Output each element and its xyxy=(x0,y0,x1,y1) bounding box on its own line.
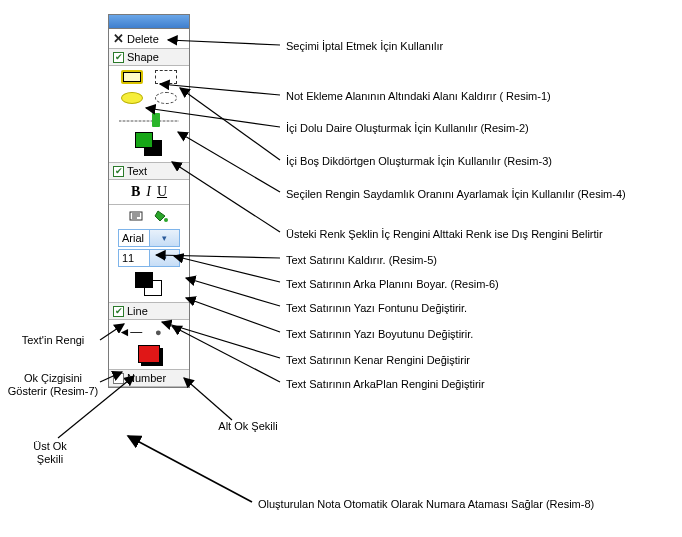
shape-color-swatches[interactable] xyxy=(135,132,163,156)
annotation-arrows xyxy=(0,0,682,537)
svg-line-15 xyxy=(186,298,280,332)
dot-icon[interactable]: ● xyxy=(155,326,162,338)
shape-section-header[interactable]: ✔ Shape xyxy=(109,48,189,66)
svg-line-22 xyxy=(184,378,232,420)
opacity-slider[interactable] xyxy=(119,114,179,126)
number-label: Number xyxy=(127,372,166,384)
font-name-select[interactable]: Arial ▾ xyxy=(118,229,180,247)
callout-border-color: Text Satırının Kenar Rengini Değiştirir xyxy=(286,354,470,367)
font-size-value: 11 xyxy=(119,252,149,264)
text-section-header[interactable]: ✔ Text xyxy=(109,162,189,180)
callout-hollow-rect: İçi Boş Dikdörtgen Oluşturmak İçin Kulla… xyxy=(286,155,552,168)
close-icon: ✕ xyxy=(113,31,124,46)
svg-marker-4 xyxy=(155,211,165,221)
line-color-swatch[interactable] xyxy=(138,345,160,363)
callout-bg-color: Text Satırının ArkaPlan Rengini Değiştir… xyxy=(286,378,485,391)
callout-fontsize: Text Satırının Yazı Boyutunu Değiştirir. xyxy=(286,328,473,341)
paint-bucket-icon[interactable] xyxy=(153,208,169,224)
text-style-row: B I U xyxy=(109,180,189,204)
callout-text-remove: Text Satırını Kaldırır. (Resim-5) xyxy=(286,254,437,267)
slider-track-line xyxy=(119,120,179,122)
slider-thumb[interactable] xyxy=(152,113,160,127)
callout-shape-remove: Not Ekleme Alanının Altındaki Alanı Kald… xyxy=(286,90,551,103)
label-top-arrow: Üst Ok Şekili xyxy=(20,440,80,465)
dashed-rect-tool[interactable] xyxy=(155,70,177,84)
callout-opacity: Seçilen Rengin Saydamlık Oranını Ayarlam… xyxy=(286,188,626,201)
text-tool-icons xyxy=(109,205,189,227)
filled-rect-tool[interactable] xyxy=(121,70,143,84)
caret-down-icon[interactable]: ▾ xyxy=(175,327,180,337)
line-tools-row: ◄— ● ▾ xyxy=(109,320,189,342)
label-line-arrow: Ok Çizgisini Gösterir (Resim-7) xyxy=(4,372,102,397)
callout-number: Oluşturulan Nota Otomatik Olarak Numara … xyxy=(258,498,668,511)
checkbox-checked-icon[interactable]: ✔ xyxy=(113,306,124,317)
text-fg-color[interactable] xyxy=(135,272,153,288)
chevron-down-icon[interactable]: ▾ xyxy=(149,250,180,266)
hollow-ellipse-tool[interactable] xyxy=(155,92,177,104)
bold-button[interactable]: B xyxy=(131,184,140,200)
line-section-header[interactable]: ✔ Line xyxy=(109,302,189,320)
shape-label: Shape xyxy=(127,51,159,63)
svg-line-18 xyxy=(128,436,252,502)
callout-font: Text Satırının Yazı Fontunu Değiştirir. xyxy=(286,302,467,315)
line-label: Line xyxy=(127,305,148,317)
font-size-select[interactable]: 11 ▾ xyxy=(118,249,180,267)
svg-line-9 xyxy=(180,88,280,160)
panel-titlebar xyxy=(109,15,189,29)
callout-filled-circle: İçi Dolu Daire Oluşturmak İçin Kullanılı… xyxy=(286,122,529,135)
filled-ellipse-tool[interactable] xyxy=(121,92,143,104)
chevron-down-icon[interactable]: ▾ xyxy=(149,230,180,246)
italic-button[interactable]: I xyxy=(146,184,151,200)
tool-panel: ✕ Delete ✔ Shape ✔ Text B I U xyxy=(108,14,190,388)
shape-row-1 xyxy=(109,66,189,88)
svg-line-10 xyxy=(178,132,280,192)
text-label: Text xyxy=(127,165,147,177)
svg-line-14 xyxy=(186,278,280,306)
underline-button[interactable]: U xyxy=(157,184,167,200)
text-color-swatches[interactable] xyxy=(135,272,163,296)
text-clear-icon[interactable] xyxy=(129,208,145,224)
checkbox-checked-icon[interactable]: ✔ xyxy=(113,166,124,177)
delete-label: Delete xyxy=(127,33,159,45)
svg-point-5 xyxy=(164,218,168,222)
callout-delete: Seçimi İptal Etmek İçin Kullanılır xyxy=(286,40,443,53)
shape-row-2 xyxy=(109,88,189,108)
callout-swatches: Üsteki Renk Şeklin İç Rengini Alttaki Re… xyxy=(286,228,603,241)
arrow-left-icon[interactable]: ◄— xyxy=(118,325,142,339)
callout-text-bg: Text Satırının Arka Planını Boyar. (Resi… xyxy=(286,278,499,291)
checkbox-unchecked-icon[interactable] xyxy=(113,373,124,384)
delete-button[interactable]: ✕ Delete xyxy=(109,29,189,48)
label-bottom-arrow: Alt Ok Şekili xyxy=(218,420,278,433)
label-text-color: Text'in Rengi xyxy=(4,334,102,347)
font-name-value: Arial xyxy=(119,232,149,244)
number-section-header[interactable]: Number xyxy=(109,369,189,387)
checkbox-checked-icon[interactable]: ✔ xyxy=(113,52,124,63)
shape-fill-color[interactable] xyxy=(135,132,153,148)
